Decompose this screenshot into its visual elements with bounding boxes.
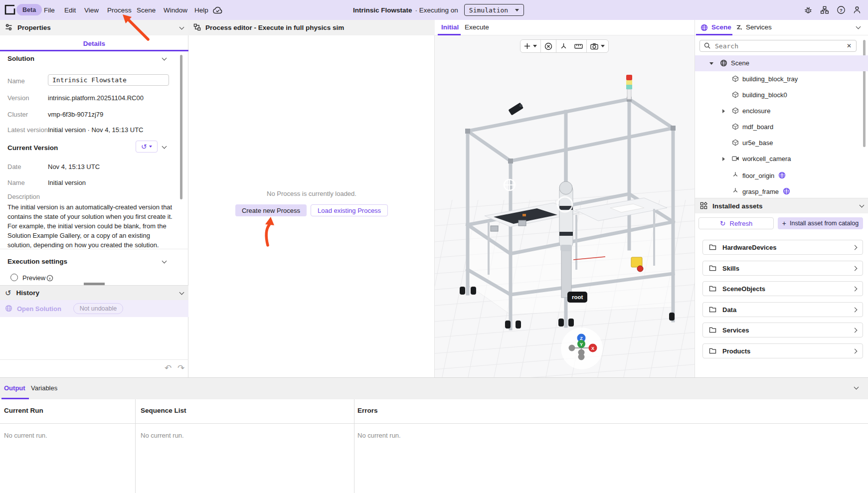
frame-axes-button[interactable] bbox=[556, 40, 571, 52]
errors-empty-text: No current run. bbox=[357, 432, 401, 439]
menu-view[interactable]: View bbox=[82, 0, 101, 20]
menu-window[interactable]: Window bbox=[162, 0, 189, 20]
version-name-label: Name bbox=[7, 179, 25, 186]
menu-scene[interactable]: Scene bbox=[135, 0, 158, 20]
search-icon bbox=[704, 42, 710, 50]
cluster-label: Cluster bbox=[7, 111, 28, 118]
menu-help[interactable]: Help bbox=[192, 0, 210, 20]
help-icon[interactable]: ? bbox=[837, 5, 846, 16]
world-globe-icon[interactable] bbox=[783, 187, 790, 196]
snapshot-button[interactable] bbox=[587, 40, 608, 52]
version-label: Version bbox=[7, 94, 29, 102]
caret-down-icon bbox=[601, 45, 605, 47]
restore-version-button[interactable]: ↺ bbox=[136, 141, 158, 153]
debug-bug-icon[interactable] bbox=[804, 5, 813, 16]
app-title: Intrinsic Flowstate bbox=[353, 6, 412, 14]
asset-folder-sceneobjects[interactable]: SceneObjects bbox=[702, 281, 863, 296]
refresh-assets-button[interactable]: ↻ Refresh bbox=[698, 217, 774, 229]
menu-edit[interactable]: Edit bbox=[62, 0, 78, 20]
properties-panel: Properties Details Solution Name Version… bbox=[0, 20, 188, 377]
chevron-down-icon bbox=[860, 203, 865, 208]
history-section-header[interactable]: ↺ History bbox=[0, 285, 188, 300]
translate-gizmo[interactable]: Z Y X bbox=[561, 328, 603, 369]
gizmo-handle[interactable] bbox=[578, 354, 585, 360]
gizmo-neg-x-handle[interactable] bbox=[569, 345, 575, 351]
tree-item[interactable]: enclosure bbox=[695, 103, 868, 119]
caret-right-icon[interactable] bbox=[722, 109, 725, 113]
caret-right-icon[interactable] bbox=[722, 157, 725, 161]
tab-initial[interactable]: Initial bbox=[441, 23, 459, 31]
folder-label: Services bbox=[722, 327, 749, 334]
asset-folder-products[interactable]: Products bbox=[702, 343, 863, 358]
measure-button[interactable] bbox=[571, 40, 586, 52]
column-divider[interactable] bbox=[354, 399, 354, 493]
frame-axes-icon bbox=[732, 171, 739, 179]
scene-search-box[interactable]: ✕ bbox=[699, 40, 857, 52]
current-version-heading: Current Version bbox=[7, 144, 58, 152]
tree-item[interactable]: ur5e_base bbox=[695, 135, 868, 151]
environment-select[interactable]: Simulation bbox=[464, 4, 524, 16]
installed-assets-header[interactable]: Installed assets bbox=[695, 198, 868, 213]
cube-icon bbox=[732, 123, 739, 132]
tab-variables[interactable]: Variables bbox=[31, 384, 57, 392]
panel-footer-divider bbox=[0, 359, 188, 360]
chevron-down-icon bbox=[179, 290, 184, 295]
folder-icon bbox=[709, 327, 716, 334]
chevron-down-icon[interactable] bbox=[179, 24, 184, 29]
solution-name-input[interactable] bbox=[48, 74, 169, 86]
column-divider[interactable] bbox=[135, 399, 136, 493]
world-globe-icon[interactable] bbox=[778, 171, 786, 180]
tree-item[interactable]: building_block0 bbox=[695, 87, 868, 103]
chevron-down-icon[interactable] bbox=[162, 144, 167, 149]
circle-x-icon bbox=[544, 42, 552, 50]
tree-item-scene[interactable]: Scene bbox=[695, 55, 868, 71]
flowstate-app: Beta File Edit View Process Scene Window… bbox=[0, 0, 868, 493]
menu-file[interactable]: File bbox=[42, 0, 57, 20]
history-entry-row[interactable]: Open Solution Not undoable bbox=[0, 300, 188, 317]
preview-radio[interactable] bbox=[10, 274, 18, 281]
sitemap-icon[interactable] bbox=[820, 5, 829, 16]
menu-process[interactable]: Process bbox=[105, 0, 134, 20]
folder-icon bbox=[709, 285, 716, 293]
search-input[interactable] bbox=[714, 42, 847, 50]
scene-panel: Scene Services ✕ Scene bu bbox=[694, 20, 868, 377]
load-existing-process-button[interactable]: Load existing Process bbox=[311, 204, 388, 216]
tab-output[interactable]: Output bbox=[4, 384, 25, 392]
create-new-process-button[interactable]: Create new Process bbox=[235, 204, 307, 216]
tree-item[interactable]: grasp_frame bbox=[695, 183, 868, 199]
undo-icon[interactable]: ↶ bbox=[165, 364, 172, 372]
tree-item[interactable]: workcell_camera bbox=[695, 151, 868, 167]
stack-light bbox=[626, 75, 632, 99]
properties-scrollbar[interactable] bbox=[180, 55, 182, 199]
tab-services[interactable]: Services bbox=[746, 23, 772, 31]
asset-folder-hardwaredevices[interactable]: HardwareDevices bbox=[702, 240, 863, 255]
tree-item[interactable]: building_block_tray bbox=[695, 71, 868, 87]
user-account-icon[interactable] bbox=[853, 5, 862, 16]
delete-object-button[interactable] bbox=[541, 40, 556, 52]
install-asset-button[interactable]: + Install asset from catalog bbox=[778, 217, 863, 229]
asset-folder-services[interactable]: Services bbox=[702, 323, 863, 337]
process-editor-header: Process editor - Execute in full physics… bbox=[188, 20, 435, 35]
tab-details[interactable]: Details bbox=[0, 40, 188, 47]
redo-icon[interactable]: ↷ bbox=[177, 364, 184, 372]
chevron-right-icon bbox=[853, 286, 858, 291]
clear-search-icon[interactable]: ✕ bbox=[847, 42, 852, 49]
properties-panel-header[interactable]: Properties bbox=[0, 20, 188, 35]
asset-folder-data[interactable]: Data bbox=[702, 302, 863, 317]
chevron-down-icon[interactable] bbox=[162, 259, 167, 264]
chevron-right-icon bbox=[853, 245, 858, 250]
cloud-sync-icon[interactable] bbox=[212, 6, 223, 16]
workcell-3d-scene[interactable]: Z Y X bbox=[435, 35, 694, 377]
caret-down-icon[interactable] bbox=[709, 62, 713, 65]
tab-execute[interactable]: Execute bbox=[465, 23, 489, 31]
tab-scene[interactable]: Scene bbox=[711, 23, 731, 31]
add-object-button[interactable] bbox=[521, 40, 540, 52]
info-icon[interactable] bbox=[46, 275, 53, 283]
chevron-down-icon[interactable] bbox=[162, 56, 167, 61]
chevron-down-icon bbox=[515, 9, 519, 11]
tree-item[interactable]: mdf_board bbox=[695, 119, 868, 135]
tree-item[interactable]: floor_origin bbox=[695, 167, 868, 183]
install-asset-label: Install asset from catalog bbox=[790, 220, 859, 227]
latest-version-label: Latest version bbox=[7, 126, 48, 134]
asset-folder-skills[interactable]: Skills bbox=[702, 261, 863, 276]
